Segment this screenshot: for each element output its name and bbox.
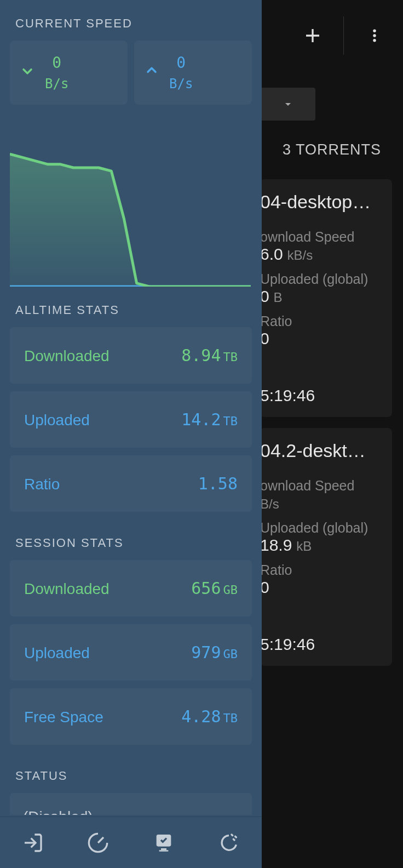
upload-icon (144, 63, 159, 82)
upload-speed-unit: B/s (169, 76, 193, 92)
torrent-card[interactable]: 04.2-deskt… ownload Speed B/s Uploaded (… (260, 428, 392, 666)
torrent-dl-label: ownload Speed (260, 478, 380, 494)
stat-label: Downloaded (24, 580, 110, 598)
status-label: STATUS (0, 752, 262, 793)
svg-point-0 (373, 30, 376, 33)
stat-value: 979GB (191, 643, 238, 662)
stat-value: 8.94TB (181, 346, 238, 365)
overflow-menu-button[interactable] (357, 18, 392, 53)
sidebar-scroll[interactable]: CURRENT SPEED 0 B/s 0 (0, 0, 262, 868)
torrent-ratio-label: Ratio (260, 562, 380, 578)
torrent-up-label: Uploaded (global) (260, 520, 380, 536)
svg-point-2 (373, 39, 376, 42)
gauge-icon (87, 832, 109, 854)
torrent-dl-label: ownload Speed (260, 229, 380, 245)
torrent-title: 04-desktop… (260, 191, 380, 213)
stat-label: Uploaded (24, 412, 90, 429)
alltime-ratio-row: Ratio 1.58 (10, 455, 252, 512)
nav-speed-button[interactable] (82, 826, 114, 859)
logout-icon (22, 832, 44, 854)
add-button[interactable] (295, 18, 330, 53)
alltime-downloaded-row: Downloaded 8.94TB (10, 327, 252, 384)
upload-speed-card[interactable]: 0 B/s (134, 41, 252, 105)
torrent-up-value: 18.9 kB (260, 536, 380, 555)
session-downloaded-row: Downloaded 656GB (10, 560, 252, 616)
status-value[interactable]: (Disabled) (10, 793, 252, 815)
bottom-nav (0, 816, 262, 868)
stat-label: Uploaded (24, 644, 90, 662)
session-freespace-row: Free Space 4.28TB (10, 688, 252, 745)
torrent-dl-value: B/s (260, 494, 380, 512)
download-speed-unit: B/s (45, 76, 68, 92)
session-uploaded-row: Uploaded 979GB (10, 624, 252, 681)
divider (343, 16, 344, 55)
svg-point-1 (373, 34, 376, 37)
torrent-up-value: 0 B (260, 287, 380, 306)
svg-rect-6 (161, 848, 166, 850)
chevron-down-icon (281, 98, 295, 111)
torrent-eta: 5:19:46 (260, 386, 380, 405)
torrent-card[interactable]: 04-desktop… ownload Speed 6.0 kB/s Uploa… (260, 179, 392, 417)
alltime-uploaded-row: Uploaded 14.2TB (10, 391, 252, 448)
stat-value: 14.2TB (181, 410, 238, 429)
stat-value: 4.28TB (181, 707, 238, 726)
torrent-up-label: Uploaded (global) (260, 271, 380, 287)
session-stats-label: SESSION STATS (0, 519, 262, 560)
upload-speed-value: 0 (176, 54, 186, 72)
stat-label: Downloaded (24, 347, 110, 365)
monitor-check-icon (153, 832, 175, 854)
filter-dropdown[interactable] (261, 88, 315, 121)
stat-value: 656GB (191, 579, 238, 598)
torrent-ratio-value: 0 (260, 578, 380, 597)
stat-value: 1.58 (198, 474, 238, 493)
stat-label: Free Space (24, 709, 103, 726)
download-speed-value: 0 (52, 54, 61, 72)
current-speed-label: CURRENT SPEED (0, 0, 262, 41)
nav-theme-button[interactable] (212, 826, 245, 859)
stat-label: Ratio (24, 476, 60, 493)
torrent-title: 04.2-deskt… (260, 440, 380, 461)
torrent-ratio-value: 0 (260, 329, 380, 348)
stats-sidebar: CURRENT SPEED 0 B/s 0 (0, 0, 262, 868)
download-icon (20, 63, 35, 82)
torrent-dl-value: 6.0 kB/s (260, 245, 380, 264)
download-speed-card[interactable]: 0 B/s (10, 41, 128, 105)
nav-logout-button[interactable] (16, 826, 49, 859)
alltime-stats-label: ALLTIME STATS (0, 287, 262, 327)
torrent-ratio-label: Ratio (260, 313, 380, 329)
speed-graph (0, 111, 262, 287)
torrent-eta: 5:19:46 (260, 635, 380, 654)
theme-icon (218, 832, 240, 854)
nav-server-button[interactable] (147, 826, 180, 859)
svg-rect-7 (159, 850, 168, 852)
